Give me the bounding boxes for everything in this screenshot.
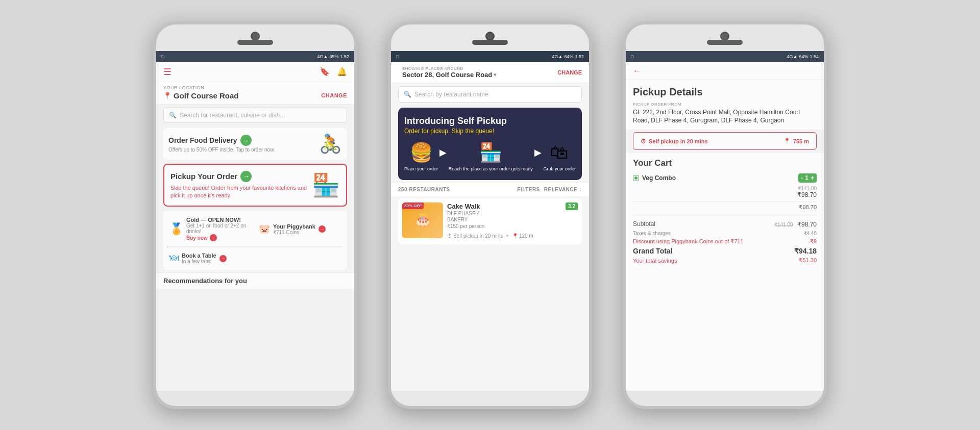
phone-3-speaker	[707, 40, 743, 45]
taxes-row: Taxes & charges ₹4.48	[633, 231, 817, 236]
p3-back-button[interactable]: ←	[633, 66, 641, 75]
book-table-title: Book a Table	[182, 252, 216, 259]
step-arrow-1: ▶	[439, 147, 447, 158]
book-table-action[interactable]: 🍽 Book a Table In a few taps →	[167, 250, 254, 266]
pickup-time-label: Self pickup in 20 mins	[649, 138, 708, 144]
p3-status-left: □	[631, 54, 633, 59]
gold-action-row: Buy now →	[186, 234, 252, 241]
grand-total-value: ₹94.18	[794, 247, 817, 255]
pickup-title: Pickup Your Order →	[170, 171, 312, 182]
location-row: 📍 Golf Course Road CHANGE	[163, 91, 347, 100]
self-pickup-steps: 🍔 Place your order ▶ 🏪 Reach the place a…	[404, 142, 576, 172]
location-label: YOUR LOCATION	[163, 85, 347, 90]
relevance-button[interactable]: RELEVANCE ↓	[544, 187, 582, 192]
self-pickup-banner: Introducing Self Pickup Order for pickup…	[398, 108, 582, 181]
step-1-icon: 🍔	[410, 142, 433, 163]
piggybank-arrow-icon: →	[318, 225, 326, 233]
location-bar: YOUR LOCATION 📍 Golf Course Road CHANGE	[156, 82, 354, 105]
step-2-label: Reach the place as your order gets ready	[449, 166, 533, 172]
p2-time: 1:52	[575, 54, 584, 59]
book-table-subtitle: In a few taps	[182, 259, 216, 264]
phone-3-header: ←	[626, 62, 824, 80]
phone-1-speaker	[237, 40, 273, 45]
phone-3-top	[626, 24, 824, 51]
cart-item-original-price: ₹141.00	[797, 186, 817, 191]
subtotal-original: ₹141.00	[774, 222, 793, 227]
grand-total-row: Grand Total ₹94.18	[633, 247, 817, 255]
buy-now-arrow-icon: →	[210, 234, 217, 241]
p2-change-button[interactable]: CHANGE	[557, 69, 582, 75]
change-location-button[interactable]: CHANGE	[321, 92, 347, 98]
phone-1-search-bar[interactable]: 🔍 Search for restaurant, cuisine or dish…	[163, 108, 347, 123]
pickup-banner[interactable]: Pickup Your Order → Skip the queue! Orde…	[163, 164, 347, 207]
gold-title: Gold — OPEN NOW!	[186, 217, 252, 223]
phone-2-bottom	[391, 391, 589, 406]
quantity-display: 1	[805, 174, 808, 182]
pickup-arrow-icon: →	[240, 171, 252, 182]
cart-item: Veg Combo - 1 +	[633, 173, 817, 183]
phone-1: □ 4G▲ 65% 1:52 ☰ 🔖 🔔 YOUR LOCATION	[153, 21, 357, 409]
cart-item-line-total: ₹98.70	[633, 201, 817, 211]
search-placeholder: Search for restaurant, cuisine or dish..…	[180, 112, 285, 119]
phone-2-header: SHOWING PLACES AROUND Sector 28, Golf Co…	[391, 62, 589, 83]
subtotal-label: Subtotal	[633, 220, 655, 227]
bell-icon[interactable]: 🔔	[337, 67, 347, 77]
cart-item-price-block: ₹141.00 ₹98.70	[797, 186, 817, 198]
piggybank-icon: 🐷	[259, 223, 270, 235]
taxes-label: Taxes & charges	[633, 231, 671, 236]
pickup-details-section: Pickup Details PICKUP ORDER FROM GL 222,…	[626, 80, 824, 130]
menu-icon[interactable]: ☰	[163, 66, 172, 78]
restaurant-card[interactable]: 30% OFF 🎂 Cake Walk DLF PHASE 4 3.2 Bake…	[398, 198, 582, 244]
gold-action[interactable]: 🏅 Gold — OPEN NOW! Get 1+1 on food or 2+…	[167, 215, 254, 243]
bookmark-icon[interactable]: 🔖	[320, 67, 330, 77]
quick-actions-divider	[167, 246, 343, 247]
book-table-arrow-icon: →	[219, 255, 227, 262]
gold-icon: 🏅	[169, 222, 183, 236]
filters-button[interactable]: FILTERS	[517, 187, 540, 192]
pickup-left: Pickup Your Order → Skip the queue! Orde…	[170, 171, 312, 200]
phone-2-screen: □ 4G▲ 64% 1:52 SHOWING PLACES AROUND Sec…	[391, 51, 589, 391]
phone-2: □ 4G▲ 64% 1:52 SHOWING PLACES AROUND Sec…	[388, 21, 592, 409]
pin-icon: 📍	[512, 233, 518, 239]
step-3-label: Grab your order	[543, 166, 576, 172]
order-food-arrow-icon: →	[240, 135, 252, 146]
order-food-banner[interactable]: Order Food Delivery → Offers up to 50% O…	[163, 128, 347, 160]
piggybank-action[interactable]: 🐷 Your Piggybank ₹711 Coins →	[257, 215, 343, 243]
pickup-from-label: PICKUP ORDER FROM	[633, 102, 817, 107]
phone-2-top	[391, 24, 589, 51]
search-icon: 🔍	[169, 112, 177, 119]
step-3-icon: 🛍	[550, 142, 569, 163]
order-food-subtitle: Offers up to 50% OFF inside. Tap to orde…	[168, 147, 275, 153]
p3-time: 1:54	[810, 54, 819, 59]
pickup-details-title: Pickup Details	[633, 86, 817, 98]
showing-around-label: SHOWING PLACES AROUND	[402, 66, 496, 71]
cart-item-left: Veg Combo	[633, 174, 676, 182]
phones-container: □ 4G▲ 65% 1:52 ☰ 🔖 🔔 YOUR LOCATION	[0, 0, 980, 430]
cart-item-discounted-price: ₹98.70	[797, 191, 817, 198]
order-food-title: Order Food Delivery →	[168, 135, 275, 146]
quantity-control[interactable]: - 1 +	[798, 173, 817, 183]
p2-search-icon: 🔍	[404, 91, 411, 98]
clock-icon-2: ⏱	[641, 138, 646, 144]
pickup-time-bar: ⏱ Self pickup in 20 mins 📍 755 m	[633, 132, 817, 150]
location-info: SHOWING PLACES AROUND Sector 28, Golf Co…	[402, 66, 496, 79]
phone-2-status-bar: □ 4G▲ 64% 1:52	[391, 51, 589, 62]
restaurant-name: Cake Walk DLF PHASE 4	[447, 203, 480, 216]
savings-label: Your total savings	[633, 258, 677, 264]
quick-actions: 🏅 Gold — OPEN NOW! Get 1+1 on food or 2+…	[163, 211, 347, 270]
increase-qty-button[interactable]: +	[811, 174, 814, 182]
chevron-down-icon: ▾	[494, 72, 496, 78]
decrease-qty-button[interactable]: -	[801, 174, 803, 182]
restaurant-price: ₹150 per person	[447, 223, 578, 229]
phone-2-search-bar[interactable]: 🔍 Search by restaurant name	[398, 86, 582, 103]
savings-row: Your total savings ₹51.30	[633, 257, 817, 264]
step-3: 🛍 Grab your order	[543, 142, 576, 172]
restaurant-name-row: Cake Walk DLF PHASE 4 3.2	[447, 203, 578, 216]
restaurant-time: ⏱ Self pickup in 20 mins	[447, 233, 503, 239]
time-display: 1:52	[340, 54, 349, 59]
cart-summary: Subtotal ₹141.00 ₹98.70 Taxes & charges …	[633, 215, 817, 264]
phone-3: □ 4G▲ 64% 1:54 ← Pickup Details PICKUP O…	[623, 21, 827, 409]
cart-item-prices: ₹141.00 ₹98.70	[633, 186, 817, 198]
phone-1-screen: □ 4G▲ 65% 1:52 ☰ 🔖 🔔 YOUR LOCATION	[156, 51, 354, 391]
pickup-illustration: 🏪	[312, 172, 340, 198]
